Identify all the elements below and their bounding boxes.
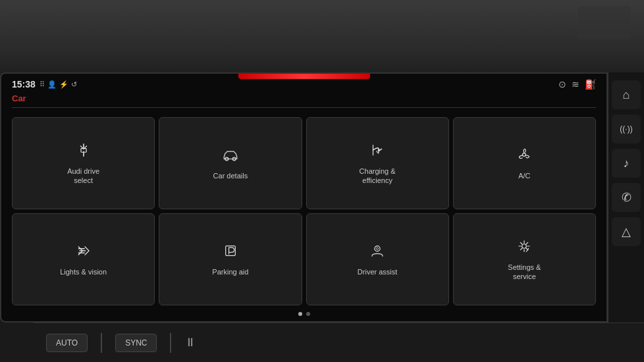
pagination-dots	[1, 312, 606, 321]
nav-button[interactable]: △	[612, 217, 641, 246]
home-button[interactable]: ⌂	[612, 80, 641, 109]
ac-label: A/C	[518, 171, 530, 180]
parking-icon	[222, 242, 239, 262]
status-icons: ⠿ 👤 ⚡ ↺	[40, 80, 77, 89]
charging-efficiency-label: Charging &efficiency	[360, 167, 396, 186]
status-left: 15:38 ⠿ 👤 ⚡ ↺	[12, 79, 77, 90]
display-area: 15:38 ⠿ 👤 ⚡ ↺ ⊙ ≋ ⛽ C	[0, 72, 644, 323]
main-screen: 15:38 ⠿ 👤 ⚡ ↺ ⊙ ≋ ⛽ C	[0, 72, 608, 323]
lights-vision-label: Lights & vision	[60, 267, 107, 276]
vent-area	[578, 7, 631, 39]
settings-icon	[516, 238, 533, 257]
clock: 15:38	[12, 79, 36, 90]
phone-button[interactable]: ✆	[612, 183, 641, 212]
car-details-label: Car details	[213, 171, 248, 180]
section-divider	[12, 107, 596, 108]
menu-item-parking-aid[interactable]: Parking aid	[159, 213, 302, 305]
grid-status-icon: ⠿	[40, 80, 45, 89]
car-details-icon	[222, 146, 239, 166]
menu-item-settings-service[interactable]: Settings &service	[453, 213, 596, 305]
fuel-status-icon: ⛽	[585, 79, 596, 90]
auto-button[interactable]: AUTO	[46, 334, 88, 352]
lights-icon	[75, 242, 92, 262]
driver-assist-label: Driver assist	[358, 267, 398, 276]
music-button[interactable]: ♪	[612, 149, 641, 178]
menu-item-lights-vision[interactable]: Lights & vision	[12, 213, 155, 305]
dot-1	[298, 312, 302, 316]
sync-button[interactable]: SYNC	[115, 334, 157, 352]
red-accent-bar	[238, 74, 370, 79]
menu-item-audi-drive-select[interactable]: Audi driveselect	[12, 117, 155, 209]
menu-item-driver-assist[interactable]: Driver assist	[306, 213, 449, 305]
settings-service-label: Settings &service	[508, 263, 541, 282]
parking-aid-label: Parking aid	[212, 267, 248, 276]
svg-point-12	[377, 247, 379, 249]
right-sidebar: ⌂ ((·)) ♪ ✆ △	[608, 72, 644, 323]
media-icon[interactable]: ⏸	[184, 336, 196, 349]
svg-point-11	[375, 246, 380, 251]
screen-content: 15:38 ⠿ 👤 ⚡ ↺ ⊙ ≋ ⛽ C	[1, 74, 606, 321]
circle-status-icon: ⊙	[558, 79, 566, 90]
status-right: ⊙ ≋ ⛽	[558, 79, 596, 90]
menu-item-ac[interactable]: A/C	[453, 117, 596, 209]
dot-2	[306, 312, 310, 316]
drive-select-icon	[75, 142, 92, 161]
menu-grid: Audi driveselect Car details	[1, 113, 606, 312]
bottom-controls: AUTO SYNC ⏸	[33, 323, 644, 362]
signal-button[interactable]: ((·))	[612, 115, 641, 143]
svg-point-6	[523, 153, 526, 156]
menu-item-charging-efficiency[interactable]: Charging &efficiency	[306, 117, 449, 209]
bluetooth-icon: ⚡	[59, 80, 68, 89]
controls-divider-2	[170, 333, 171, 353]
refresh-icon: ↺	[71, 80, 77, 89]
person-status-icon: 👤	[47, 80, 57, 89]
controls-divider	[101, 333, 102, 353]
svg-point-13	[522, 244, 527, 248]
breadcrumb: Car	[1, 92, 606, 107]
car-infotainment-screen: 15:38 ⠿ 👤 ⚡ ↺ ⊙ ≋ ⛽ C	[0, 0, 644, 362]
wifi-status-icon: ≋	[572, 79, 579, 90]
driver-assist-icon	[369, 242, 386, 262]
menu-item-car-details[interactable]: Car details	[159, 117, 302, 209]
drive-select-label: Audi driveselect	[67, 167, 99, 186]
ac-fan-icon	[516, 146, 533, 166]
charging-icon	[369, 142, 386, 161]
